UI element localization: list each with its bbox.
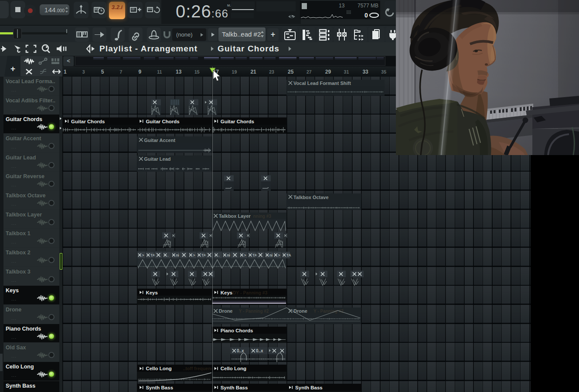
svg-text:TA: TA — [201, 253, 206, 257]
svg-text:Piano Chords: Piano Chords — [221, 328, 253, 333]
svg-text:Drone: Drone — [219, 308, 233, 314]
svg-text:Guitar Chords: Guitar Chords — [146, 119, 179, 124]
svg-text:ni: ni — [227, 253, 230, 257]
svg-text:Guitar Lead: Guitar Lead — [144, 156, 170, 162]
svg-text:>: > — [244, 253, 246, 257]
svg-text:Drone: Drone — [293, 308, 307, 314]
svg-text:ni: ni — [269, 253, 273, 257]
svg-text:Y - Panning #2: Y - Panning #2 — [313, 309, 344, 314]
svg-text:>: > — [278, 253, 280, 257]
svg-text:ni: ni — [176, 253, 179, 257]
svg-text:.: . — [218, 253, 219, 257]
svg-text:Keys: Keys — [146, 290, 158, 295]
svg-text:0..x: 0..x — [237, 348, 244, 353]
svg-text:Cello Long: Cello Long — [146, 366, 171, 371]
svg-text:Guitar Chords: Guitar Chords — [71, 119, 105, 124]
svg-text:Synth Bass: Synth Bass — [295, 385, 323, 390]
svg-text:Talkbox Layer: Talkbox Layer — [219, 213, 251, 219]
svg-text:Talkbox Octave: Talkbox Octave — [293, 195, 329, 200]
svg-text:Keys: Keys — [221, 290, 233, 295]
svg-text:0..x: 0..x — [256, 348, 263, 353]
svg-text:TA: TA — [252, 253, 257, 257]
svg-text:>: > — [142, 253, 144, 257]
svg-text:Cello Long: Cello Long — [221, 366, 246, 371]
svg-text:..toff frequency: ..toff frequency — [183, 366, 216, 371]
svg-text:Synth Bass: Synth Bass — [146, 385, 173, 390]
svg-text:.: . — [167, 253, 168, 257]
svg-text:Guitar Accent: Guitar Accent — [144, 138, 175, 143]
svg-text:Guitar Chords: Guitar Chords — [221, 119, 254, 124]
svg-text:DY - Panning #3: DY - Panning #3 — [233, 290, 268, 295]
svg-text:Y - Panning #2: Y - Panning #2 — [239, 309, 269, 314]
svg-text:Synth Bass: Synth Bass — [221, 385, 248, 390]
svg-text:TA: TA — [286, 253, 291, 257]
svg-text:nning #3: nning #3 — [253, 214, 272, 219]
svg-text:>: > — [193, 253, 195, 257]
svg-text:TA: TA — [150, 253, 155, 257]
svg-text:Vocal Lead Formant Shift: Vocal Lead Formant Shift — [293, 81, 351, 86]
